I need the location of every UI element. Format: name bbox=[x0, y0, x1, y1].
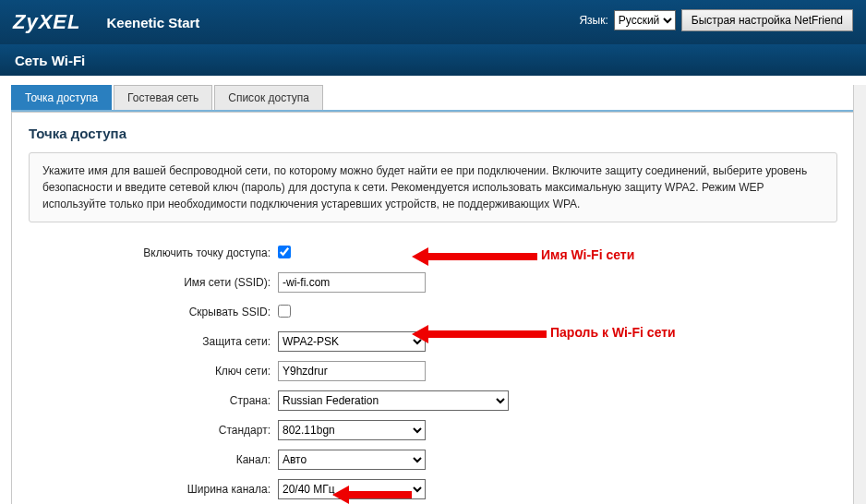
ssid-input[interactable] bbox=[278, 272, 426, 293]
width-label: Ширина канала: bbox=[29, 483, 278, 496]
width-select[interactable]: 20/40 МГц bbox=[278, 479, 426, 499]
channel-select[interactable]: Авто bbox=[278, 450, 426, 470]
language-label: Язык: bbox=[579, 14, 607, 27]
scrollbar-track[interactable] bbox=[853, 85, 866, 504]
standard-label: Стандарт: bbox=[29, 424, 278, 437]
enable-ap-checkbox[interactable] bbox=[278, 246, 291, 258]
standard-select[interactable]: 802.11bgn bbox=[278, 420, 426, 440]
hide-ssid-checkbox[interactable] bbox=[278, 305, 291, 318]
channel-label: Канал: bbox=[29, 453, 278, 466]
security-select[interactable]: WPA2-PSK bbox=[278, 331, 426, 352]
ssid-label: Имя сети (SSID): bbox=[29, 276, 278, 289]
language-select[interactable]: Русский bbox=[614, 10, 676, 30]
callout-key: Пароль к Wi-Fi сети bbox=[550, 325, 676, 340]
top-bar: ZyXEL Keenetic Start Язык: Русский Быстр… bbox=[0, 0, 866, 44]
settings-panel: Точка доступа Укажите имя для вашей бесп… bbox=[11, 112, 855, 504]
tab-bar: Точка доступа Гостевая сеть Список досту… bbox=[11, 85, 866, 112]
hide-ssid-label: Скрывать SSID: bbox=[29, 306, 278, 318]
security-label: Защита сети: bbox=[29, 335, 278, 348]
wifi-form: Включить точку доступа: Имя сети (SSID):… bbox=[29, 241, 837, 504]
tab-access-point[interactable]: Точка доступа bbox=[11, 85, 112, 110]
country-select[interactable]: Russian Federation bbox=[278, 390, 509, 411]
section-title: Сеть Wi-Fi bbox=[0, 44, 866, 76]
panel-heading: Точка доступа bbox=[29, 126, 837, 141]
quick-setup-button[interactable]: Быстрая настройка NetFriend bbox=[681, 9, 853, 31]
key-label: Ключ сети: bbox=[29, 365, 278, 378]
content-area: Точка доступа Гостевая сеть Список досту… bbox=[0, 85, 866, 504]
model-name: Keenetic Start bbox=[106, 15, 199, 30]
callout-ssid: Имя Wi-Fi сети bbox=[541, 247, 634, 262]
tab-access-list[interactable]: Список доступа bbox=[214, 85, 323, 110]
key-input[interactable] bbox=[278, 361, 426, 381]
tab-guest-network[interactable]: Гостевая сеть bbox=[114, 85, 212, 110]
brand-logo: ZyXEL bbox=[13, 10, 80, 34]
enable-ap-label: Включить точку доступа: bbox=[29, 246, 278, 259]
info-text: Укажите имя для вашей беспроводной сети,… bbox=[29, 152, 837, 222]
top-controls: Язык: Русский Быстрая настройка NetFrien… bbox=[579, 9, 853, 31]
country-label: Страна: bbox=[29, 394, 278, 407]
